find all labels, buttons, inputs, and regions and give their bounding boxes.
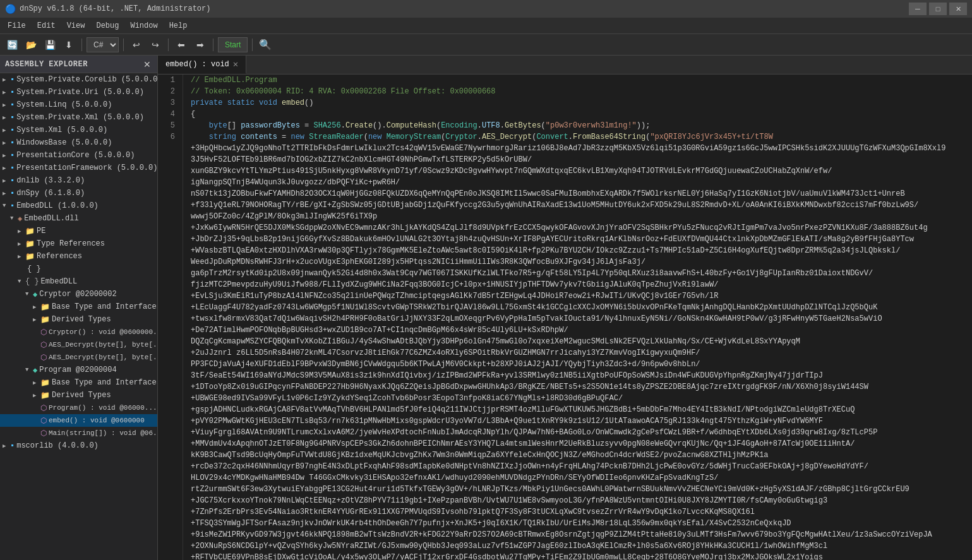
code-content-2: // Token: 0x06000004 RID: 4 RVA: 0x00002…: [183, 86, 972, 97]
ln15: [158, 234, 183, 245]
tree-item-cryptor[interactable]: ▼ ◆ Cryptor @02000002: [0, 288, 157, 301]
code-content-3: private static void embed(): [183, 97, 972, 109]
tree-item-braces[interactable]: { }: [0, 263, 157, 275]
ln28: [158, 381, 183, 393]
ln25: [158, 347, 183, 359]
ln23: [158, 325, 183, 336]
tree-item-refs[interactable]: ▶ 📁 References: [0, 250, 157, 263]
language-selector[interactable]: C# IL VB: [87, 37, 119, 52]
tree-item-cryptor-ctor[interactable]: ⬡ Cryptor() : void @0600000...: [0, 326, 157, 338]
menu-view[interactable]: View: [62, 20, 90, 32]
start-button[interactable]: Start: [218, 37, 248, 52]
ln22: [158, 313, 183, 325]
label-main-method: Main(string[]) : void @06...: [49, 429, 157, 437]
toolbar-undo-btn[interactable]: ↩: [128, 37, 145, 52]
tree-item-linq[interactable]: ▶ ▪ System.Linq (5.0.0.0): [0, 98, 157, 111]
tree-item-prescore[interactable]: ▶ ▪ PresentationCore (5.0.0.0): [0, 149, 157, 162]
icon-program: ◆: [33, 366, 37, 375]
toolbar-btn4[interactable]: ⬇: [61, 37, 77, 52]
search-button[interactable]: 🔍: [257, 37, 273, 52]
toolbar-back-btn[interactable]: ⬅: [173, 37, 189, 52]
toolbar-redo-btn[interactable]: ↪: [147, 37, 164, 52]
icon-presfw: ▪: [10, 164, 15, 172]
code-long-18: DQZqCgKcmapwMSZYCFQBQkmTvXKobZIiBGuJ/4yS…: [183, 336, 972, 347]
tree-item-program-derived[interactable]: ▶ 📁 Derived Types: [0, 389, 157, 402]
icon-program-derived: 📁: [40, 391, 50, 400]
tree-item-corelib[interactable]: ▶ ▪ System.Private.CoreLib (5.0.0.0): [0, 73, 157, 86]
tree-item-embeddll-dll[interactable]: ▼ ◈ EmbedDLL.dll: [0, 212, 157, 225]
tree-item-program-basetypes[interactable]: ▶ 📁 Base Type and Interfaces: [0, 376, 157, 389]
code-long-21: 3tF/SeaEt54WI169aNYdJMdcS9M3V5MAuX8is3z1…: [183, 370, 972, 381]
tree-item-program-ctor[interactable]: ⬡ Program() : void @06000...: [0, 402, 157, 414]
label-pe: PE: [37, 227, 45, 235]
tree-item-dnlib[interactable]: ▶ ▪ dnlib (3.3.2.0): [0, 174, 157, 187]
tree-item-embeddll-assembly[interactable]: ▼ ▪ EmbedDLL (1.0.0.0): [0, 200, 157, 212]
line-number-1: 1: [158, 74, 183, 86]
arrow-uri: ▶: [3, 89, 9, 96]
panel-close-button[interactable]: ✕: [142, 59, 152, 69]
tree-item-dnspy[interactable]: ▶ ▪ dnSpy (6.1.8.0): [0, 187, 157, 200]
tree-item-mscorlib[interactable]: ▶ ▪ mscorlib (4.0.0.0): [0, 439, 157, 452]
tree-item-program[interactable]: ▼ ◆ Program @02000004: [0, 364, 157, 376]
icon-cryptor: ◆: [33, 290, 37, 299]
icon-cryptor-derived: 📁: [40, 315, 50, 325]
code-long-11: WeedJpDuRpMDNsRWHFJ3rH+x2ucoVUgxE3phEKG0…: [183, 256, 972, 268]
label-windowsbase: WindowsBase (5.0.0.0): [16, 138, 112, 147]
line-number-4: 4: [158, 109, 183, 120]
code-long-33: +7ZnPfs2ErbPrs3Ev54Naiao3RtknER4YYUGrREx…: [183, 506, 972, 518]
label-program-derived: Derived Types: [52, 391, 111, 400]
tree-item-uri[interactable]: ▶ ▪ System.Private.Uri (5.0.0.0): [0, 86, 157, 98]
toolbar-save-btn[interactable]: 💾: [42, 37, 58, 52]
label-embeddll-dll: EmbedDLL.dll: [24, 214, 78, 223]
tree-item-presfw[interactable]: ▶ ▪ PresentationFramework (5.0.0.0): [0, 162, 157, 174]
tree-item-xml-private[interactable]: ▶ ▪ System.Private.Xml (5.0.0.0): [0, 111, 157, 124]
minimize-button[interactable]: ─: [909, 3, 927, 15]
label-cryptor-derived: Derived Types: [52, 315, 111, 324]
toolbar-open-btn[interactable]: 📂: [23, 37, 39, 52]
tree-item-cryptor-aes2[interactable]: ⬡ AES_Decrypt(byte[], byte[...: [0, 351, 157, 364]
icon-embed-method: ⬡: [40, 416, 47, 426]
tree-item-embeddll-ns[interactable]: ▼ { } EmbedDLL: [0, 275, 157, 288]
tree-item-embed-method[interactable]: ⬡ embed() : void @0600000: [0, 414, 157, 427]
tab-embed[interactable]: embed() : void ✕: [158, 56, 246, 74]
close-button[interactable]: ✕: [949, 3, 967, 15]
maximize-button[interactable]: □: [929, 3, 947, 15]
ln29: [158, 393, 183, 404]
tree-container[interactable]: ▶ ▪ System.Private.CoreLib (5.0.0.0) ▶ ▪…: [0, 73, 157, 560]
label-program-basetypes: Base Type and Interfaces: [52, 378, 157, 387]
menu-help[interactable]: Help: [164, 20, 193, 32]
line-number-5: 5: [158, 120, 183, 131]
label-cryptor-basetypes: Base Type and Interfaces: [52, 302, 157, 311]
menu-debug[interactable]: Debug: [91, 20, 124, 32]
tree-item-pe[interactable]: ▶ 📁 PE: [0, 225, 157, 237]
tab-close-embed[interactable]: ✕: [233, 59, 238, 69]
arrow-program-basetypes: ▶: [33, 379, 39, 386]
menu-edit[interactable]: Edit: [32, 20, 61, 32]
label-xml: System.Xml (5.0.0.0): [16, 126, 107, 134]
code-long-20: PP3FCDjaVuAj4eXUFD1dEblF9BPvxW3DymBN6jCV…: [183, 359, 972, 370]
tree-item-windowsbase[interactable]: ▶ ▪ WindowsBase (5.0.0.0): [0, 136, 157, 149]
tree-item-main-method[interactable]: ⬡ Main(string[]) : void @06...: [0, 427, 157, 439]
menu-window[interactable]: Window: [125, 20, 162, 32]
code-content-5: byte[] passwordBytes = SHA256.Create().C…: [183, 120, 972, 131]
toolbar: 🔄 📂 💾 ⬇ C# IL VB ↩ ↪ ⬅ ➡ Start 🔍: [0, 34, 972, 56]
window-title: dnSpy v6.1.8 (64-bit, .NET, Administrato…: [20, 4, 909, 13]
arrow-embeddll-dll: ▼: [10, 215, 16, 222]
code-area[interactable]: 1 // EmbedDLL.Program 2 // Token: 0x0600…: [158, 74, 972, 560]
tree-item-cryptor-aes1[interactable]: ⬡ AES_Decrypt(byte[], byte[...: [0, 338, 157, 351]
ln16: [158, 245, 183, 256]
icon-cryptor-aes2: ⬡: [40, 353, 47, 362]
panel-title: Assembly Explorer: [5, 60, 88, 69]
arrow-typerefs: ▶: [18, 241, 24, 247]
ln43: [158, 552, 183, 560]
tree-item-xml[interactable]: ▶ ▪ System.Xml (5.0.0.0): [0, 124, 157, 136]
tree-item-typerefs[interactable]: ▶ 📁 Type References: [0, 237, 157, 250]
toolbar-refresh-btn[interactable]: 🔄: [4, 37, 20, 52]
line-number-3: 3: [158, 97, 183, 109]
toolbar-forward-btn[interactable]: ➡: [192, 37, 208, 52]
code-long-29: +rcDe372c2qxH46NNhmUqyrB97nghE4N3xDLptFx…: [183, 461, 972, 472]
menu-file[interactable]: File: [3, 20, 31, 32]
separator-4: [213, 39, 213, 51]
tree-item-cryptor-derived[interactable]: ▶ 📁 Derived Types: [0, 313, 157, 326]
tree-item-cryptor-basetypes[interactable]: ▶ 📁 Base Type and Interfaces: [0, 301, 157, 313]
